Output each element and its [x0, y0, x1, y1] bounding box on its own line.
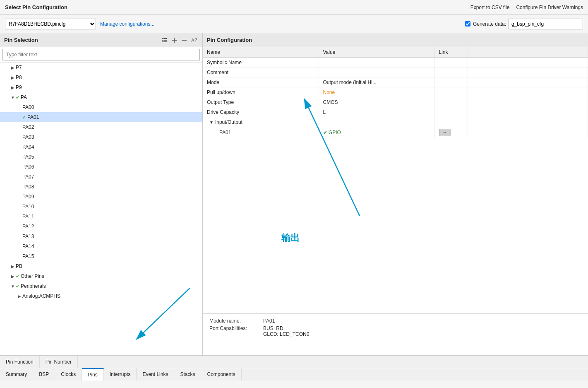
link-cell	[434, 58, 468, 67]
tree-arrow-icon: ▶	[17, 293, 22, 299]
tree-item[interactable]: PA13	[0, 231, 202, 241]
cell-value: L	[323, 109, 326, 115]
tree-spacer	[17, 243, 22, 249]
tab-event-links[interactable]: Event Links	[137, 368, 174, 381]
tree-item[interactable]: PA08	[0, 182, 202, 192]
tree-label: PA10	[22, 204, 34, 210]
tree-item[interactable]: ✔PA01	[0, 112, 202, 122]
value-cell: CMOS	[319, 97, 434, 107]
tab-pins[interactable]: Pins	[82, 368, 103, 381]
tree-spacer	[17, 184, 22, 190]
manage-configurations-link[interactable]: Manage configurations...	[100, 21, 154, 27]
col-link-header: Link	[434, 47, 468, 58]
tree-item[interactable]: PA09	[0, 192, 202, 202]
tree-label: PA12	[22, 224, 34, 229]
tree-label: PA15	[22, 253, 34, 259]
tree-item[interactable]: ▼✔Peripherals	[0, 281, 202, 291]
add-pin-icon[interactable]	[170, 36, 178, 44]
config-select[interactable]: R7FA8D1BHECBD.pincfg	[5, 19, 96, 29]
cell-value-green: ✔ GPIO	[323, 130, 341, 135]
tree-item[interactable]: PA00	[0, 102, 202, 112]
tree-label: PA01	[27, 114, 39, 120]
tree-item[interactable]: ▶Analog:ACMPHS	[0, 291, 202, 301]
name-cell: Drive Capacity	[203, 107, 319, 117]
sort-icon[interactable]: AZ	[190, 36, 198, 44]
value-cell: None	[319, 87, 434, 97]
tree-item[interactable]: PA05	[0, 152, 202, 162]
tree-item[interactable]: PA14	[0, 241, 202, 251]
table-row[interactable]: Drive Capacity L	[203, 107, 588, 117]
tree-item[interactable]: ▶P9	[0, 82, 202, 92]
tab-clocks[interactable]: Clocks	[55, 368, 82, 381]
config-dropdown[interactable]: R7FA8D1BHECBD.pincfg ▼	[5, 19, 94, 29]
link-cell	[434, 97, 468, 107]
tree-item[interactable]: ▶PB	[0, 261, 202, 271]
table-row[interactable]: Pull up/down None	[203, 87, 588, 97]
pin-selection-header: Pin Selection AZ	[0, 33, 202, 47]
table-row[interactable]: Comment	[203, 67, 588, 77]
link-cell	[434, 117, 468, 127]
left-panel: Pin Selection AZ	[0, 33, 203, 355]
tree-item[interactable]: ▼✔PA	[0, 92, 202, 102]
tab-pin-function[interactable]: Pin Function	[0, 356, 40, 368]
tree-label: PA13	[22, 234, 34, 239]
tree-check-icon: ✔	[16, 284, 19, 289]
table-row[interactable]: Output Type CMOS	[203, 97, 588, 107]
cell-name: Pull up/down	[207, 89, 235, 95]
tree-label: PA02	[22, 124, 34, 130]
tree-item[interactable]: PA12	[0, 222, 202, 231]
tree-item[interactable]: PA02	[0, 122, 202, 132]
tree-check-icon: ✔	[22, 115, 26, 120]
tree-item[interactable]: ▶✔Other Pins	[0, 271, 202, 281]
module-info: Module name: PA01 Port Capabilities: BUS…	[203, 313, 588, 355]
filter-input[interactable]	[2, 49, 200, 60]
tab-interrupts[interactable]: Interrupts	[104, 368, 137, 381]
extra-cell	[468, 127, 588, 138]
pin-config-header: Pin Configuration	[203, 33, 588, 47]
list-view-icon[interactable]	[160, 36, 168, 44]
col-extra-header	[468, 47, 588, 58]
right-panel: Pin Configuration Name Value Link Symbol…	[203, 33, 588, 355]
configure-warnings-button[interactable]: Configure Pin Driver Warnings	[516, 5, 583, 10]
main-content: Pin Selection AZ	[0, 33, 588, 355]
generate-section: Generate data:	[465, 19, 583, 29]
tree-check-icon: ✔	[16, 95, 19, 100]
col-value-header: Value	[319, 47, 434, 58]
col-name-header: Name	[203, 47, 319, 58]
name-cell: Comment	[203, 67, 319, 77]
group-arrow-icon: ▼	[209, 120, 214, 125]
generate-input[interactable]	[509, 19, 583, 29]
tree-label: Other Pins	[21, 273, 44, 279]
table-row[interactable]: ▼Input/Output	[203, 117, 588, 127]
export-csv-button[interactable]: Export to CSV file	[470, 5, 510, 10]
tree-item[interactable]: PA07	[0, 172, 202, 182]
tree-item[interactable]: PA15	[0, 251, 202, 261]
tab-pin-number[interactable]: Pin Number	[40, 356, 78, 368]
link-button[interactable]: →	[439, 129, 451, 136]
tree-item[interactable]: PA11	[0, 212, 202, 222]
tab-summary[interactable]: Summary	[0, 368, 33, 381]
tree-item[interactable]: PA04	[0, 142, 202, 152]
table-row[interactable]: PA01 ✔ GPIO →	[203, 127, 588, 138]
chinese-annotation: 输出	[281, 232, 300, 244]
tree-label: PA14	[22, 243, 34, 249]
table-row[interactable]: Symbolic Name	[203, 58, 588, 67]
cell-name: Drive Capacity	[207, 109, 239, 115]
cell-name: Mode	[207, 80, 219, 85]
tree-item[interactable]: ▶P7	[0, 63, 202, 72]
tree-label: P9	[16, 84, 22, 90]
tree-item[interactable]: PA10	[0, 202, 202, 212]
table-row[interactable]: Mode Output mode (Initial Hi...	[203, 77, 588, 87]
tree-spacer	[17, 194, 22, 200]
remove-pin-icon[interactable]	[180, 36, 188, 44]
pin-tree[interactable]: ▶P7▶P8▶P9▼✔PAPA00✔PA01PA02PA03PA04PA05PA…	[0, 63, 202, 355]
generate-checkbox[interactable]	[465, 21, 470, 27]
tab-bsp[interactable]: BSP	[33, 368, 55, 381]
tree-item[interactable]: PA06	[0, 162, 202, 172]
tab-stacks[interactable]: Stacks	[174, 368, 201, 381]
tree-label: PA08	[22, 184, 34, 190]
tab-components[interactable]: Components	[201, 368, 241, 381]
tree-item[interactable]: PA03	[0, 132, 202, 142]
tree-spacer	[17, 124, 22, 130]
tree-item[interactable]: ▶P8	[0, 72, 202, 82]
